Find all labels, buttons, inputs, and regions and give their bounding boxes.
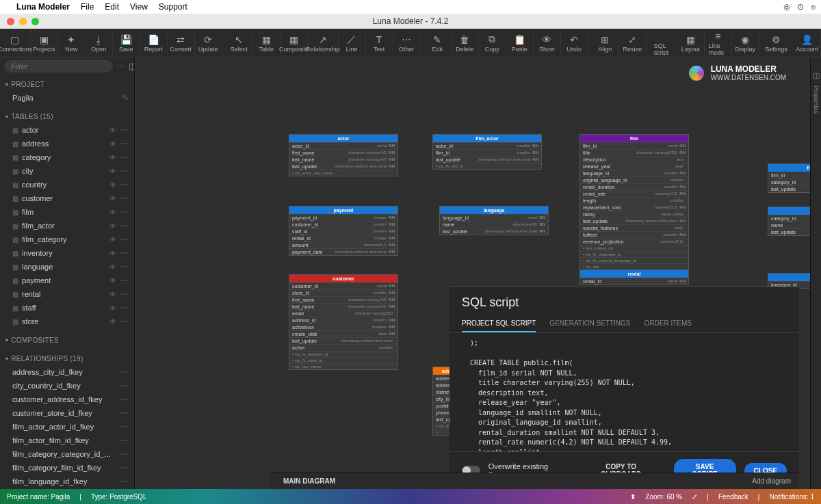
entity-column[interactable]: address_idsmallintNN	[289, 317, 398, 323]
sidebar-rel-customer_store_id_fkey[interactable]: customer_store_id_fkey⋯	[0, 406, 134, 420]
entity-column[interactable]: titlecharacter varying(255)NN	[580, 149, 688, 156]
more-icon[interactable]: ⋯	[120, 367, 129, 377]
more-icon[interactable]: ⋯	[120, 248, 129, 258]
toolbar-text[interactable]: TText	[366, 29, 393, 57]
toolbar-display[interactable]: ◉Display	[732, 29, 759, 57]
entity-column[interactable]: activesmallint	[289, 344, 398, 351]
sidebar-table-film_actor[interactable]: ▦film_actor👁⋯	[0, 219, 134, 233]
sidebar-section-composites[interactable]: ▾ COMPOSITES	[0, 334, 134, 347]
zoom-expand-icon[interactable]: ⤢	[692, 493, 697, 501]
entity-column[interactable]: last_namecharacter varying(45)NN	[289, 156, 398, 163]
menubar-icon[interactable]: ⌾	[811, 2, 816, 12]
entity-column[interactable]: last_updatetimestamp without time zoneNN	[768, 185, 810, 192]
entity-column[interactable]: language_idsmallintNN	[580, 170, 688, 176]
visibility-icon[interactable]: 👁	[109, 195, 116, 202]
entity-column[interactable]: special_featurestext[]	[580, 224, 688, 231]
toolbar-relationship[interactable]: ↗Relationship	[308, 29, 338, 57]
sql-code-viewer[interactable]: ); CREATE TABLE public.film( film_id ser…	[449, 333, 799, 451]
filter-input[interactable]	[4, 60, 113, 72]
visibility-icon[interactable]: 👁	[109, 263, 116, 271]
sidebar-rel-film_actor_actor_id_fkey[interactable]: film_actor_actor_id_fkey⋯	[0, 420, 134, 434]
minimize-window-icon[interactable]	[19, 18, 27, 25]
sidebar-section-relationships[interactable]: ▾ RELATIONSHIPS (19)	[0, 352, 134, 365]
toolbar-show[interactable]: 👁Show	[534, 29, 561, 57]
sidebar-project-row[interactable]: Pagila ✎	[0, 91, 134, 105]
toolbar-line-mode[interactable]: ≡Line mode	[705, 29, 732, 57]
entity-column[interactable]: payment_datetimestamp without time zoneN…	[289, 248, 398, 255]
sql-tab-project-script[interactable]: PROJECT SQL SCRIPT	[462, 315, 536, 332]
toolbar-layout[interactable]: ▦Layout	[677, 29, 705, 57]
more-icon[interactable]: ⋯	[120, 381, 129, 390]
entity-column[interactable]: film_idsmallintNN	[433, 149, 541, 156]
toolbar-sql-script[interactable]: SQL script	[650, 29, 677, 57]
more-icon[interactable]: ⋯	[120, 221, 129, 230]
menu-edit[interactable]: Edit	[105, 2, 119, 12]
entity-header[interactable]: category	[768, 207, 810, 215]
sidebar-table-category[interactable]: ▦category👁⋯	[0, 150, 134, 164]
sidebar-table-city[interactable]: ▦city👁⋯	[0, 164, 134, 178]
toolbar-other[interactable]: ⋯Other	[393, 29, 421, 57]
traffic-lights[interactable]	[7, 18, 39, 25]
entity-column[interactable]: namecharacter varying(25)NN	[768, 222, 810, 228]
entity-column[interactable]: release_yearyear	[580, 163, 688, 170]
diagram-canvas[interactable]: LUNA MODELER WWW.DATENSEN.COM actoractor…	[135, 57, 810, 489]
more-icon[interactable]: ⋯	[120, 317, 129, 326]
toolbar-composite[interactable]: ▦Composite	[281, 29, 308, 57]
toolbar-report[interactable]: 📄Report	[140, 29, 168, 57]
visibility-icon[interactable]: 👁	[109, 181, 116, 189]
more-icon[interactable]: ⋯	[120, 166, 129, 176]
entity-column[interactable]: namecharacter(20)NN	[440, 221, 548, 228]
entity-column[interactable]: activeboolbooleanNN	[289, 323, 398, 330]
toolbar-align[interactable]: ⊞Align	[592, 29, 619, 57]
sidebar-rel-film_category_film_id_fkey[interactable]: film_category_film_id_fkey⋯	[0, 461, 134, 475]
entity-column[interactable]: store_idsmallintNN	[289, 289, 398, 296]
entity-column[interactable]: last_updatetimestamp without time zoneNN	[768, 228, 810, 235]
sql-tab-order-items[interactable]: ORDER ITEMS	[644, 315, 692, 332]
status-zoom[interactable]: Zoom: 60 %	[645, 493, 682, 501]
entity-header[interactable]: payment	[289, 207, 398, 214]
visibility-icon[interactable]: 👁	[109, 291, 116, 298]
entity-header[interactable]: customer	[289, 275, 398, 282]
more-icon[interactable]: ⋯	[120, 422, 129, 432]
sidebar-section-project[interactable]: ▾ PROJECT	[0, 78, 134, 91]
entity-column[interactable]: rental_durationsmallintNN	[580, 183, 688, 190]
entity-customer[interactable]: customercustomer_idserialNNstore_idsmall…	[289, 274, 398, 370]
sidebar-table-film_category[interactable]: ▦film_category👁⋯	[0, 233, 134, 246]
more-icon[interactable]: ⋯	[120, 139, 129, 148]
visibility-icon[interactable]: 👁	[109, 250, 116, 257]
entity-column[interactable]: amountnumeric(5,2)NN	[289, 241, 398, 248]
toolbar-open[interactable]: ⭳Open	[86, 29, 113, 57]
notifications-link[interactable]: Notifications: 1	[769, 493, 814, 501]
entity-column[interactable]: last_updatetimestamp without time zoneNN	[440, 228, 548, 235]
more-icon[interactable]: ⋯	[120, 180, 129, 189]
zoom-window-icon[interactable]	[31, 18, 39, 25]
entity-header[interactable]: rental	[580, 270, 688, 278]
more-icon[interactable]: ⋯	[120, 194, 129, 203]
sidebar-table-language[interactable]: ▦language👁⋯	[0, 260, 134, 274]
toolbar-projects[interactable]: ▣Projects	[31, 29, 58, 57]
visibility-icon[interactable]: 👁	[109, 168, 116, 175]
menu-view[interactable]: View	[130, 2, 148, 12]
entity-column[interactable]: actor_idsmallintNN	[433, 142, 541, 149]
entity-header[interactable]: film_actor	[433, 135, 541, 142]
properties-tab[interactable]: Properties	[813, 85, 820, 114]
visibility-icon[interactable]: 👁	[109, 222, 116, 230]
visibility-icon[interactable]: 👁	[109, 127, 116, 134]
entity-header[interactable]: language	[440, 207, 548, 214]
sidebar-rel-address_city_id_fkey[interactable]: address_city_id_fkey⋯	[0, 365, 134, 379]
entity-column[interactable]: lengthsmallint	[580, 197, 688, 204]
more-icon[interactable]: ⋯	[120, 125, 129, 135]
toolbar-resize[interactable]: ⤢Resize	[619, 29, 647, 57]
more-icon[interactable]: ⋯	[120, 477, 129, 486]
sidebar-table-staff[interactable]: ▦staff👁⋯	[0, 301, 134, 315]
sidebar-rel-film_language_id_fkey[interactable]: film_language_id_fkey⋯	[0, 475, 134, 488]
sidebar-section-tables[interactable]: ▾ TABLES (15)	[0, 110, 134, 123]
entity-column[interactable]: last_updatetimestamp without time zoneNN	[289, 163, 398, 170]
entity-column[interactable]: first_namecharacter varying(45)NN	[289, 149, 398, 156]
toolbar-connections[interactable]: ▢Connections	[0, 29, 31, 57]
toolbar-new[interactable]: ✦New	[58, 29, 86, 57]
entity-header[interactable]: inventory	[768, 274, 810, 281]
entity-language[interactable]: languagelanguage_idserialNNnamecharacter…	[439, 206, 549, 235]
sidebar-table-country[interactable]: ▦country👁⋯	[0, 178, 134, 191]
entity-header[interactable]: actor	[289, 135, 398, 142]
